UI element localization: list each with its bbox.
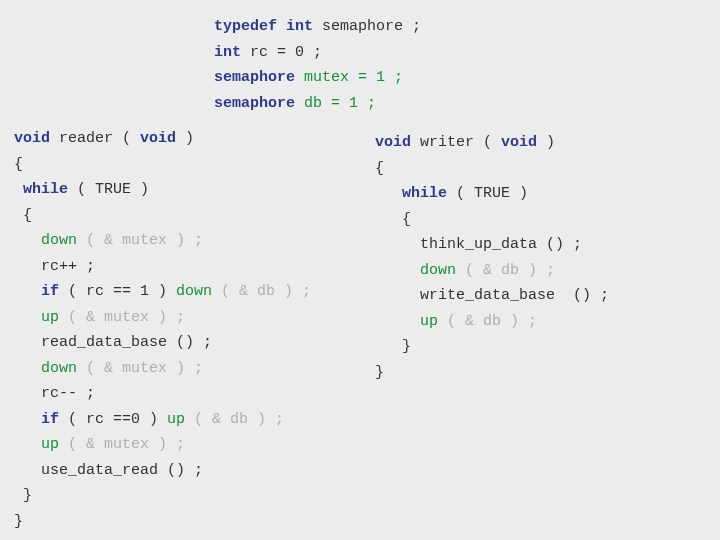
down-args: ( & mutex ) ; — [77, 360, 203, 377]
down-mutex-2: down ( & mutex ) ; — [14, 356, 345, 382]
mutex-rest: mutex = 1 ; — [295, 69, 403, 86]
if-cond: ( rc ==0 ) — [59, 411, 167, 428]
kw-while: while — [23, 181, 68, 198]
brace-close: } — [14, 509, 345, 535]
kw-semaphore: semaphore — [214, 95, 295, 112]
think-up-call: think_up_data () ; — [375, 232, 706, 258]
if-rc-0: if ( rc ==0 ) up ( & db ) ; — [14, 407, 345, 433]
db-decl-line: semaphore db = 1 ; — [214, 91, 706, 117]
fn-up: up — [420, 313, 438, 330]
kw-void: void — [501, 134, 537, 151]
brace-open: { — [375, 156, 706, 182]
fn-down: down — [176, 283, 212, 300]
brace-open-inner: { — [14, 203, 345, 229]
fn-up: up — [41, 436, 59, 453]
up-args: ( & db ) ; — [438, 313, 537, 330]
if-rc-1: if ( rc == 1 ) down ( & db ) ; — [14, 279, 345, 305]
reader-signature: void reader ( void ) — [14, 126, 345, 152]
brace-open: { — [14, 152, 345, 178]
kw-typedef: typedef — [214, 18, 277, 35]
kw-int: int — [286, 18, 313, 35]
up-args: ( & mutex ) ; — [59, 436, 185, 453]
kw-if: if — [41, 411, 59, 428]
fn-down: down — [41, 232, 77, 249]
up-args: ( & mutex ) ; — [59, 309, 185, 326]
sig-close: ) — [176, 130, 194, 147]
fn-down: down — [420, 262, 456, 279]
down-args: ( & mutex ) ; — [77, 232, 203, 249]
up-db: up ( & db ) ; — [375, 309, 706, 335]
db-rest: db = 1 ; — [295, 95, 376, 112]
write-db-call: write_data_base () ; — [375, 283, 706, 309]
up-db-args: ( & db ) ; — [185, 411, 284, 428]
kw-while: while — [402, 185, 447, 202]
up-mutex-2: up ( & mutex ) ; — [14, 432, 345, 458]
kw-semaphore: semaphore — [214, 69, 295, 86]
down-db: down ( & db ) ; — [375, 258, 706, 284]
writer-signature: void writer ( void ) — [375, 130, 706, 156]
brace-close-inner: } — [375, 334, 706, 360]
up-mutex-1: up ( & mutex ) ; — [14, 305, 345, 331]
global-declarations: typedef int semaphore ; int rc = 0 ; sem… — [214, 14, 706, 116]
fn-down: down — [41, 360, 77, 377]
kw-if: if — [41, 283, 59, 300]
sig-close: ) — [537, 134, 555, 151]
rc-rest: rc = 0 ; — [241, 44, 322, 61]
fn-up: up — [41, 309, 59, 326]
reader-function: void reader ( void ) { while ( TRUE ) { … — [14, 126, 345, 534]
rc-decrement: rc-- ; — [14, 381, 345, 407]
while-line: while ( TRUE ) — [375, 181, 706, 207]
rc-increment: rc++ ; — [14, 254, 345, 280]
brace-open-inner: { — [375, 207, 706, 233]
if-cond: ( rc == 1 ) — [59, 283, 176, 300]
down-args: ( & db ) ; — [456, 262, 555, 279]
code-columns: void reader ( void ) { while ( TRUE ) { … — [14, 126, 706, 534]
read-db-call: read_data_base () ; — [14, 330, 345, 356]
use-data-call: use_data_read () ; — [14, 458, 345, 484]
kw-int: int — [214, 44, 241, 61]
writer-name: writer ( — [411, 134, 501, 151]
typedef-rest: semaphore ; — [313, 18, 421, 35]
brace-close: } — [375, 360, 706, 386]
mutex-decl-line: semaphore mutex = 1 ; — [214, 65, 706, 91]
writer-function: void writer ( void ) { while ( TRUE ) { … — [375, 126, 706, 534]
brace-close-inner: } — [14, 483, 345, 509]
rc-decl-line: int rc = 0 ; — [214, 40, 706, 66]
while-cond: ( TRUE ) — [68, 181, 149, 198]
kw-void: void — [375, 134, 411, 151]
fn-up: up — [167, 411, 185, 428]
while-cond: ( TRUE ) — [447, 185, 528, 202]
down-mutex-1: down ( & mutex ) ; — [14, 228, 345, 254]
while-line: while ( TRUE ) — [14, 177, 345, 203]
typedef-line: typedef int semaphore ; — [214, 14, 706, 40]
kw-void: void — [14, 130, 50, 147]
reader-name: reader ( — [50, 130, 140, 147]
kw-void: void — [140, 130, 176, 147]
down-db-args: ( & db ) ; — [212, 283, 311, 300]
